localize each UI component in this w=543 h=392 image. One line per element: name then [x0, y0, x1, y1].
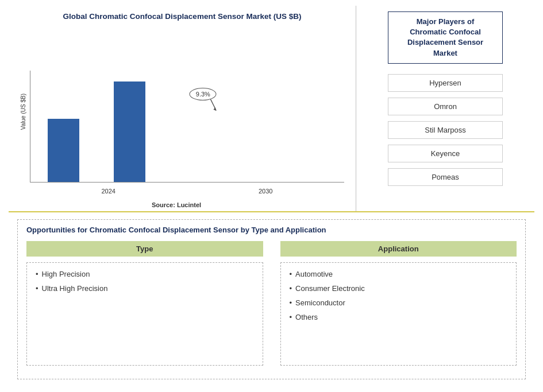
player-omron: Omron [388, 98, 503, 115]
app-item-label-1: Automotive [295, 270, 333, 278]
opportunities-box: Opportunities for Chromatic Confocal Dis… [17, 219, 526, 379]
player-hypersen: Hypersen [388, 74, 503, 92]
player-stil-marposs: Stil Marposs [388, 121, 503, 139]
app-item-automotive: • Automotive [290, 270, 508, 278]
bar-label-2030: 2030 [259, 188, 272, 195]
app-item-others: • Others [290, 313, 508, 321]
bullet-3: • [290, 270, 292, 278]
player-pomeas: Pomeas [388, 168, 503, 186]
source-label: Source: Lucintel [152, 201, 213, 208]
bullet-5: • [290, 298, 292, 307]
bar-label-2024: 2024 [102, 188, 115, 195]
annotation-bubble: 9.3% [190, 88, 217, 100]
main-container: Global Chromatic Confocal Displacement S… [0, 0, 543, 392]
bar-2024 [48, 119, 79, 182]
type-item-label-2: Ultra High Precision [42, 284, 108, 293]
bars-container: 9.3% [30, 71, 344, 183]
y-axis-label: Value (US $B) [20, 94, 26, 130]
bullet-1: • [36, 270, 38, 278]
annotation-text: 9.3% [196, 91, 210, 98]
top-section: Global Chromatic Confocal Displacement S… [9, 6, 534, 212]
bottom-section: Opportunities for Chromatic Confocal Dis… [9, 212, 534, 386]
player-keyence: Keyence [388, 145, 503, 162]
annotation-arrow [197, 99, 217, 112]
chart-area: Global Chromatic Confocal Displacement S… [9, 6, 356, 211]
app-item-label-3: Semiconductor [295, 298, 345, 307]
opportunities-title: Opportunities for Chromatic Confocal Dis… [26, 226, 517, 234]
bullet-4: • [290, 284, 292, 293]
app-item-consumer: • Consumer Electronic [290, 284, 508, 293]
bar-chart: 9.3% 2024 2030 [30, 71, 344, 197]
bubble-ellipse: 9.3% [190, 88, 217, 100]
app-item-semiconductor: • Semiconductor [290, 298, 508, 307]
players-title: Major Players of Chromatic Confocal Disp… [388, 11, 503, 64]
bar-2030 [114, 81, 145, 182]
type-item-high-precision: • High Precision [36, 270, 254, 278]
application-column-items: • Automotive • Consumer Electronic • Sem… [280, 262, 517, 366]
application-column: Application • Automotive • Consumer Elec… [280, 241, 517, 366]
x-axis-labels: 2024 2030 [30, 183, 344, 197]
chart-title: Global Chromatic Confocal Displacement S… [63, 11, 302, 22]
bar-item-2024 [48, 119, 79, 182]
app-item-label-4: Others [295, 313, 318, 321]
chart-wrapper: Value (US $B) [14, 27, 350, 197]
bullet-2: • [36, 284, 38, 293]
type-item-ultra-high-precision: • Ultra High Precision [36, 284, 254, 293]
type-item-label-1: High Precision [42, 270, 90, 278]
app-item-label-2: Consumer Electronic [295, 284, 365, 293]
bullet-6: • [290, 313, 292, 321]
type-column-items: • High Precision • Ultra High Precision [26, 262, 263, 366]
application-column-header: Application [280, 241, 517, 257]
players-area: Major Players of Chromatic Confocal Disp… [356, 6, 534, 211]
opp-columns: Type • High Precision • Ultra High Preci… [26, 241, 517, 366]
type-column-header: Type [26, 241, 263, 257]
type-column: Type • High Precision • Ultra High Preci… [26, 241, 263, 366]
bar-item-2030 [114, 81, 145, 182]
